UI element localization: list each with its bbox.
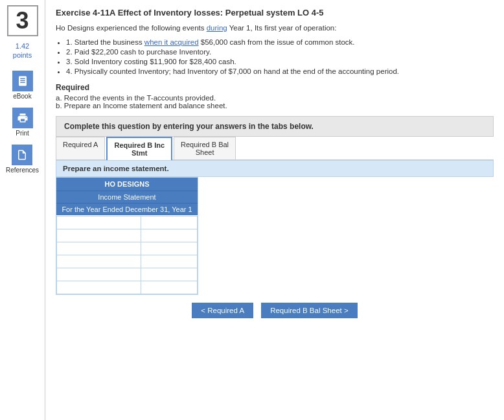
nav-buttons: < Required A Required B Bal Sheet > [56,303,494,318]
tabs-container: Required A Required B IncStmt Required B… [56,137,494,160]
row-value[interactable] [141,255,198,268]
points-label: 1.42 points [13,41,32,60]
row-label[interactable] [57,216,141,229]
sidebar-item-print[interactable]: Print [12,108,33,137]
required-section: Required a. Record the events in the T-a… [56,83,494,110]
prepare-label: Prepare an income statement. [56,160,494,177]
ebook-label: eBook [13,93,31,100]
events-list: 1. Started the business when it acquired… [56,38,494,75]
row-value[interactable] [141,242,198,255]
list-item: 4. Physically counted Inventory; had Inv… [66,67,494,75]
row-label[interactable] [57,242,141,255]
statement-period: For the Year Ended December 31, Year 1 [56,204,198,216]
sidebar-item-ebook[interactable]: eBook [12,71,33,100]
tab-required-b-inc[interactable]: Required B IncStmt [106,137,172,160]
question-number: 3 [7,5,38,36]
intro-text: Ho Designs experienced the following eve… [56,24,494,32]
row-value[interactable] [141,229,198,242]
tab-required-b-bal[interactable]: Required B BalSheet [174,137,236,159]
next-button[interactable]: Required B Bal Sheet > [261,303,358,318]
table-row [57,229,198,242]
row-value[interactable] [141,216,198,229]
tab-required-a[interactable]: Required A [56,137,105,159]
required-a: a. Record the events in the T-accounts p… [56,94,494,102]
table-row [57,281,198,294]
income-statement-table: HO DESIGNS Income Statement For the Year… [56,177,198,295]
ebook-icon [12,71,33,91]
references-icon [12,145,32,165]
row-label[interactable] [57,268,141,281]
list-item: 2. Paid $22,200 cash to purchase Invento… [66,48,494,56]
income-data-table [56,216,198,294]
exercise-title: Exercise 4-11A Effect of Inventory losse… [56,8,494,18]
row-label[interactable] [57,229,141,242]
list-item: 3. Sold Inventory costing $11,900 for $2… [66,58,494,65]
statement-type: Income Statement [56,191,198,204]
prev-button[interactable]: < Required A [192,303,253,318]
row-value[interactable] [141,268,198,281]
company-name: HO DESIGNS [56,178,198,191]
main-content: Exercise 4-11A Effect of Inventory losse… [45,0,504,420]
sidebar-item-references[interactable]: References [6,145,39,174]
references-label: References [6,167,39,174]
sidebar-panel: 3 1.42 points eBook Print References [0,0,45,420]
required-b: b. Prepare an Income statement and balan… [56,102,494,110]
page-container: 3 1.42 points eBook Print References Exe… [0,0,504,420]
table-row [57,242,198,255]
intro-highlight: during [207,24,227,32]
print-label: Print [16,130,29,137]
row-label[interactable] [57,281,141,294]
table-row [57,255,198,268]
print-icon [12,108,33,128]
list-item: 1. Started the business when it acquired… [66,38,494,46]
table-row [57,216,198,229]
table-row [57,268,198,281]
instruction-box: Complete this question by entering your … [56,116,494,137]
required-title: Required [56,83,494,92]
row-value[interactable] [141,281,198,294]
row-label[interactable] [57,255,141,268]
